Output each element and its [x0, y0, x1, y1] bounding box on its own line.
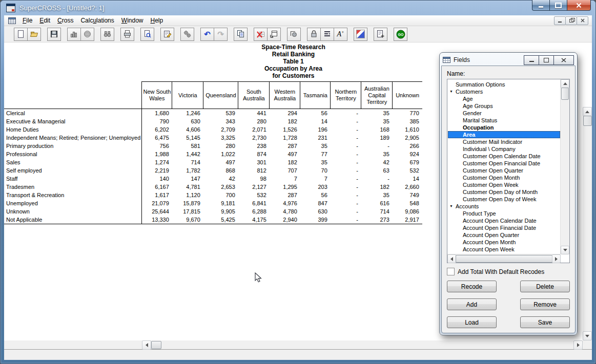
field-list-item[interactable]: Product Type — [448, 210, 560, 217]
table-cell[interactable]: 140 — [142, 175, 172, 183]
column-header[interactable]: New South Wales — [142, 82, 172, 109]
table-cell[interactable]: - — [331, 175, 361, 183]
column-header[interactable]: Tasmania — [300, 82, 331, 109]
table-cell[interactable]: - — [331, 158, 361, 166]
table-cell[interactable]: 13,330 — [142, 216, 172, 224]
mdi-close-button[interactable] — [577, 16, 588, 25]
table-cell[interactable]: 4,175 — [238, 216, 270, 224]
menu-calculations[interactable]: Calculations — [77, 16, 117, 25]
table-cell[interactable]: 7 — [270, 175, 300, 183]
table-cell[interactable]: - — [331, 166, 361, 175]
table-cell[interactable]: 5,425 — [203, 216, 238, 224]
table-cell[interactable]: 1,617 — [142, 191, 172, 199]
table-cell[interactable]: 9,670 — [172, 216, 203, 224]
horizontal-scrollbar[interactable] — [4, 340, 583, 349]
field-list-item-selected[interactable]: Area — [448, 131, 560, 138]
recode-button[interactable]: Recode — [447, 281, 497, 292]
app-icon[interactable] — [6, 4, 15, 12]
column-header[interactable]: Western Australia — [270, 82, 300, 109]
table-cell[interactable]: 2,653 — [203, 183, 238, 191]
table-cell[interactable]: 1,782 — [172, 166, 203, 175]
table-cell[interactable]: 441 — [238, 109, 270, 118]
scroll-up-button[interactable] — [583, 107, 592, 116]
expand-arrow-icon[interactable]: ▼ — [449, 203, 454, 210]
table-cell[interactable]: 1,526 — [270, 125, 300, 134]
fields-dialog-titlebar[interactable]: Fields — [441, 54, 576, 66]
table-cell[interactable]: 4,781 — [172, 183, 203, 191]
table-cell[interactable]: 6,202 — [142, 125, 172, 134]
table-cell[interactable]: 812 — [238, 166, 270, 175]
table-cell[interactable]: - — [331, 109, 361, 118]
list-scroll-down-button[interactable] — [561, 246, 569, 254]
table-cell[interactable]: 56 — [300, 191, 331, 199]
table-cell[interactable]: 6,475 — [142, 134, 172, 142]
table-cell[interactable]: 679 — [393, 158, 422, 166]
table-cell[interactable]: 1,246 — [172, 109, 203, 118]
mdi-minimize-button[interactable] — [554, 16, 566, 25]
field-list-item[interactable]: Occupation — [448, 124, 560, 131]
delete-button[interactable]: Delete — [520, 281, 570, 292]
add-annotation-button[interactable] — [374, 28, 387, 41]
list-hscroll-thumb[interactable] — [456, 255, 552, 263]
print-button[interactable] — [120, 28, 134, 41]
table-cell[interactable]: 280 — [238, 117, 270, 125]
field-list-item[interactable]: Summation Options — [448, 81, 560, 88]
table-cell[interactable]: 770 — [393, 109, 422, 118]
sphere-chart-button[interactable] — [80, 28, 94, 41]
table-cell[interactable]: 868 — [203, 166, 238, 175]
table-cell[interactable]: 2,660 — [393, 183, 422, 191]
table-cell[interactable]: 70 — [300, 166, 331, 175]
table-cell[interactable]: 63 — [361, 166, 393, 175]
table-cell[interactable]: 1,728 — [270, 134, 300, 142]
column-header[interactable]: Northern Territory — [331, 82, 361, 109]
table-cell[interactable]: 1,442 — [172, 150, 203, 158]
menu-help[interactable]: Help — [147, 16, 167, 25]
table-cell[interactable]: - — [331, 183, 361, 191]
table-cell[interactable]: 35 — [361, 117, 393, 125]
table-cell[interactable]: 7 — [300, 175, 331, 183]
table-cell[interactable]: 399 — [300, 216, 331, 224]
row-label[interactable]: Tradesmen — [4, 183, 142, 191]
lock-button[interactable] — [307, 28, 321, 41]
row-label[interactable]: Independent Means; Retired; Pensioner; U… — [4, 134, 142, 142]
load-button[interactable]: Load — [447, 316, 497, 328]
field-list-item[interactable]: Customer Open Day of Month — [448, 188, 560, 196]
table-cell[interactable]: - — [331, 125, 361, 134]
table-cell[interactable]: 42 — [361, 158, 393, 166]
field-order-button[interactable] — [320, 28, 334, 41]
fields-list-hscrollbar[interactable] — [447, 254, 561, 263]
field-list-item[interactable]: Customer Open Week — [448, 181, 560, 188]
table-cell[interactable]: 2,917 — [393, 216, 422, 224]
column-header[interactable]: South Australia — [238, 82, 270, 109]
table-cell[interactable]: 77 — [300, 150, 331, 158]
add-total-checkbox[interactable] — [447, 268, 455, 275]
row-label[interactable]: Home Duties — [4, 125, 142, 134]
field-list-item[interactable]: Customer Open Month — [448, 174, 560, 181]
minimize-button[interactable] — [532, 0, 550, 11]
table-cell[interactable]: 98 — [238, 175, 270, 183]
table-cell[interactable]: 273 — [361, 216, 393, 224]
table-cell[interactable]: - — [361, 142, 393, 150]
table-cell[interactable]: 15,879 — [172, 199, 203, 207]
table-cell[interactable]: - — [331, 199, 361, 207]
field-list-item[interactable]: Customer Mail Indicator — [448, 138, 560, 145]
table-cell[interactable]: 548 — [393, 199, 422, 207]
table-cell[interactable]: 2,071 — [238, 125, 270, 134]
row-label[interactable]: Unknown — [4, 207, 142, 216]
table-cell[interactable]: 714 — [361, 207, 393, 216]
table-cell[interactable]: 21,079 — [142, 199, 172, 207]
table-cell[interactable]: 714 — [172, 158, 203, 166]
table-cell[interactable]: 4,976 — [270, 199, 300, 207]
dialog-minimize-button[interactable] — [524, 55, 539, 65]
field-list-item[interactable]: Customer Open Financial Date — [448, 160, 560, 167]
add-button[interactable]: Add — [447, 298, 497, 310]
open-button[interactable] — [27, 28, 41, 41]
field-list-item[interactable]: Customer Open Calendar Date — [448, 153, 560, 160]
table-cell[interactable]: 749 — [393, 191, 422, 199]
table-cell[interactable]: 196 — [300, 125, 331, 134]
colors-button[interactable] — [354, 28, 367, 41]
list-scroll-up-button[interactable] — [561, 79, 569, 88]
vertical-scroll-thumb[interactable] — [583, 116, 592, 126]
table-cell[interactable]: 35 — [300, 158, 331, 166]
list-scroll-left-button[interactable] — [447, 254, 456, 263]
